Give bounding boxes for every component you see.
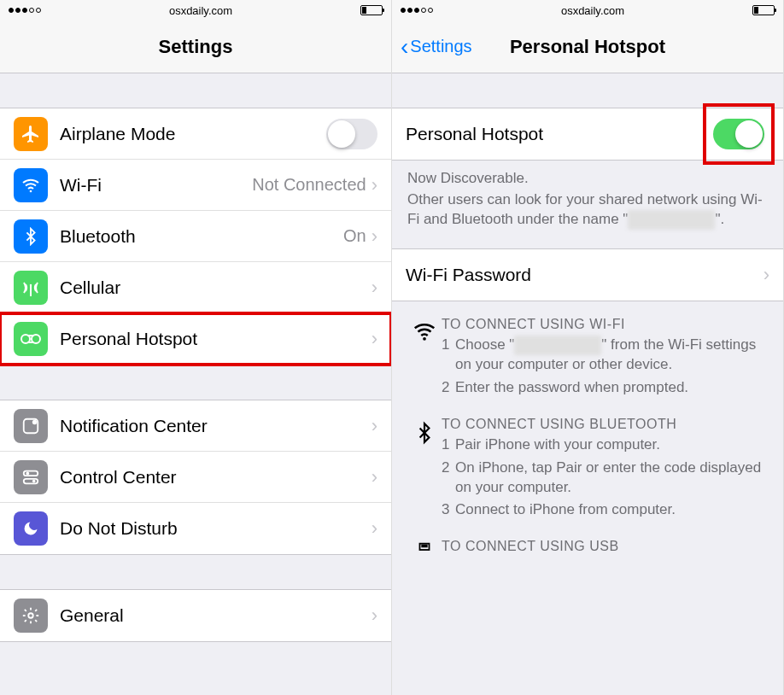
back-button[interactable]: ‹ Settings bbox=[401, 35, 472, 59]
gear-icon bbox=[14, 599, 48, 633]
row-hotspot-toggle[interactable]: Personal Hotspot bbox=[392, 108, 783, 160]
battery-icon bbox=[360, 5, 383, 15]
instruction-step: 3Connect to iPhone from computer. bbox=[442, 500, 768, 520]
row-control-center[interactable]: Control Center › bbox=[0, 452, 391, 503]
row-value: On bbox=[343, 226, 366, 246]
instruction-step: 2On iPhone, tap Pair or enter the code d… bbox=[442, 458, 768, 498]
redacted-network-name: xxxxxxxxxxxx bbox=[628, 210, 715, 230]
row-label: Do Not Disturb bbox=[60, 518, 372, 539]
personal-hotspot-screen: osxdaily.com ‹ Settings Personal Hotspot… bbox=[392, 0, 784, 695]
row-bluetooth[interactable]: Bluetooth On › bbox=[0, 211, 391, 262]
svg-point-0 bbox=[30, 190, 32, 192]
discoverable-body: Other users can look for your shared net… bbox=[407, 190, 768, 230]
settings-list[interactable]: Airplane Mode Wi-Fi Not Connected › Blue… bbox=[0, 73, 391, 695]
instruction-step: 1Pair iPhone with your computer. bbox=[442, 435, 768, 455]
chevron-right-icon: › bbox=[372, 174, 377, 196]
instructions-title: TO CONNECT USING USB bbox=[442, 539, 768, 554]
hotspot-toggle[interactable] bbox=[713, 119, 764, 149]
svg-point-14 bbox=[423, 337, 426, 341]
signal-dots-icon bbox=[9, 8, 41, 13]
row-label: Control Center bbox=[60, 467, 372, 488]
row-cellular[interactable]: Cellular › bbox=[0, 262, 391, 313]
chevron-right-icon: › bbox=[764, 264, 769, 286]
status-bar: osxdaily.com bbox=[0, 0, 391, 20]
svg-point-13 bbox=[28, 613, 33, 618]
instructions-title: TO CONNECT USING WI-FI bbox=[442, 317, 768, 332]
svg-point-8 bbox=[32, 419, 38, 424]
row-airplane-mode[interactable]: Airplane Mode bbox=[0, 108, 391, 160]
row-label: Wi-Fi bbox=[60, 175, 252, 196]
instructions-bluetooth: TO CONNECT USING BLUETOOTH 1Pair iPhone … bbox=[392, 401, 783, 524]
instructions-title: TO CONNECT USING BLUETOOTH bbox=[442, 417, 768, 432]
row-label: Personal Hotspot bbox=[60, 329, 372, 349]
bluetooth-icon bbox=[407, 417, 442, 447]
airplane-icon bbox=[14, 117, 48, 151]
battery-icon bbox=[752, 5, 775, 15]
bluetooth-icon bbox=[14, 219, 48, 254]
settings-root-screen: osxdaily.com Settings Airplane Mode Wi-F… bbox=[0, 0, 392, 695]
status-bar: osxdaily.com bbox=[392, 0, 783, 20]
status-domain: osxdaily.com bbox=[561, 4, 624, 17]
chevron-right-icon: › bbox=[372, 415, 377, 437]
nav-bar: ‹ Settings Personal Hotspot bbox=[392, 20, 783, 73]
status-domain: osxdaily.com bbox=[169, 4, 232, 17]
chevron-right-icon: › bbox=[372, 328, 377, 350]
row-do-not-disturb[interactable]: Do Not Disturb › bbox=[0, 503, 391, 554]
back-label: Settings bbox=[410, 37, 471, 56]
nav-bar: Settings bbox=[0, 20, 391, 73]
chevron-right-icon: › bbox=[372, 225, 377, 248]
row-label: General bbox=[60, 605, 372, 626]
wifi-icon bbox=[14, 168, 48, 202]
page-title: Settings bbox=[159, 36, 233, 58]
chevron-right-icon: › bbox=[372, 466, 377, 488]
chevron-right-icon: › bbox=[372, 277, 377, 299]
moon-icon bbox=[14, 511, 48, 546]
svg-rect-11 bbox=[24, 478, 38, 483]
row-general[interactable]: General › bbox=[0, 590, 391, 641]
row-wifi-password[interactable]: Wi-Fi Password › bbox=[392, 249, 783, 301]
row-label: Wi-Fi Password bbox=[406, 265, 764, 285]
discoverable-title: Now Discoverable. bbox=[407, 169, 768, 189]
chevron-right-icon: › bbox=[372, 604, 377, 627]
usb-icon bbox=[407, 539, 442, 559]
svg-rect-9 bbox=[24, 470, 38, 476]
chevron-right-icon: › bbox=[372, 517, 377, 540]
row-label: Cellular bbox=[60, 277, 372, 298]
svg-point-12 bbox=[32, 479, 36, 482]
row-wifi[interactable]: Wi-Fi Not Connected › bbox=[0, 160, 391, 211]
airplane-toggle[interactable] bbox=[326, 119, 377, 149]
row-label: Airplane Mode bbox=[60, 124, 326, 144]
wifi-icon bbox=[407, 317, 442, 344]
row-personal-hotspot[interactable]: Personal Hotspot › bbox=[0, 313, 391, 365]
notification-center-icon bbox=[14, 409, 48, 443]
row-label: Notification Center bbox=[60, 416, 372, 436]
svg-point-10 bbox=[26, 471, 30, 475]
row-label: Personal Hotspot bbox=[406, 124, 708, 144]
cellular-icon bbox=[14, 271, 48, 305]
page-title: Personal Hotspot bbox=[510, 36, 665, 58]
hotspot-content[interactable]: Personal Hotspot Now Discoverable. Other… bbox=[392, 73, 783, 695]
signal-dots-icon bbox=[401, 8, 433, 13]
instructions-wifi: TO CONNECT USING WI-FI 1 Choose "xxxxxxx… bbox=[392, 301, 783, 401]
svg-rect-16 bbox=[422, 546, 424, 547]
hotspot-icon bbox=[14, 322, 48, 356]
row-notification-center[interactable]: Notification Center › bbox=[0, 400, 391, 452]
instruction-step: 2Enter the password when prompted. bbox=[442, 378, 768, 398]
svg-rect-17 bbox=[425, 546, 427, 547]
redacted-network-name: xxxxxxxxxxxx bbox=[514, 336, 601, 355]
instruction-step: 1 Choose "xxxxxxxxxxxx" from the Wi-Fi s… bbox=[442, 336, 768, 375]
row-value: Not Connected bbox=[252, 175, 366, 195]
control-center-icon bbox=[14, 460, 48, 494]
chevron-left-icon: ‹ bbox=[401, 35, 408, 59]
row-label: Bluetooth bbox=[60, 226, 343, 247]
svg-point-2 bbox=[30, 283, 32, 285]
discoverable-note: Now Discoverable. Other users can look f… bbox=[392, 161, 783, 230]
instructions-usb: TO CONNECT USING USB bbox=[392, 523, 783, 559]
